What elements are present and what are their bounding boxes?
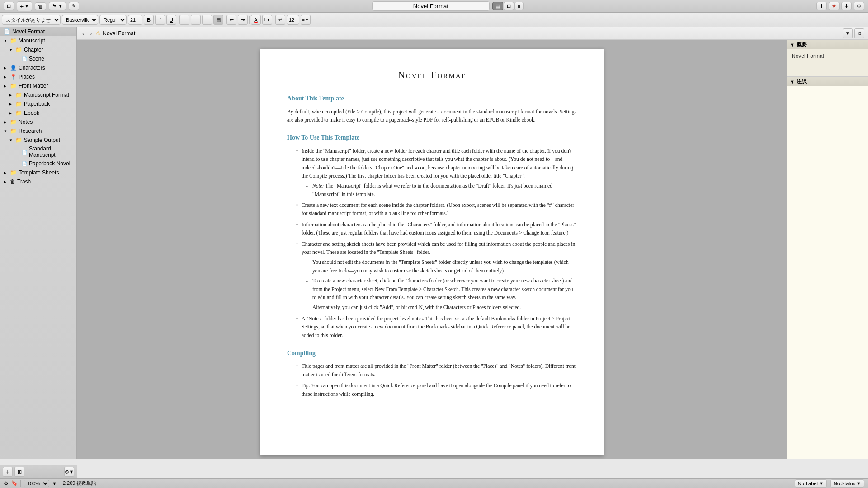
sidebar-item-notes[interactable]: ▶ 📁 Notes (0, 117, 76, 127)
sub-list-item: Note: The "Manuscript" folder is what we… (312, 182, 576, 198)
doc-area: Novel Format About This Template By defa… (77, 40, 787, 459)
list-btn[interactable]: ≡▼ (301, 15, 311, 25)
sidebar-item-characters[interactable]: ▶ 👤 Characters (0, 63, 76, 72)
align-right-btn[interactable]: ≡ (202, 15, 212, 25)
sidebar-item-manuscript[interactable]: ▼ 📁 Manuscript (0, 36, 76, 45)
add-btn[interactable]: + ▼ (17, 1, 32, 11)
expand-triangle: ▶ (4, 84, 8, 88)
top-bar: ⊞ + ▼ 🗑 ⚑ ▼ ✎ ▤ ⊞ ≡ ⬆ ★ ⬇ ⚙ (0, 0, 868, 13)
list-item: Information about characters can be plac… (302, 221, 576, 237)
format-bar: スタイルがありません Baskerville Regular B I U ≡ ≡… (0, 13, 868, 27)
align-center-btn[interactable]: ≡ (191, 15, 201, 25)
sidebar-item-paperback-novel[interactable]: ▶ 📄 Paperback Novel (0, 159, 76, 168)
highlight-btn[interactable]: T▼ (262, 15, 272, 25)
main-layout: 📄 Novel Format ▼ 📁 Manuscript ▼ 📁 Chapte… (0, 27, 868, 459)
sidebar-item-paperback[interactable]: ▶ 📁 Paperback (0, 99, 76, 108)
sidebar-item-manuscript-format[interactable]: ▶ 📁 Manuscript Format (0, 90, 76, 99)
sidebar-item-chapter[interactable]: ▼ 📁 Chapter (0, 45, 76, 54)
doc-icon: 📄 (22, 150, 27, 155)
align-left-btn[interactable]: ≡ (179, 15, 189, 25)
settings-btn[interactable]: ⚙ (854, 2, 864, 10)
status-dropdown-icon: ▼ (856, 481, 861, 486)
edit-btn[interactable]: ✎ (69, 2, 79, 10)
sidebar-item-trash[interactable]: ▶ 🗑 Trash (0, 177, 76, 186)
line-spacing-input[interactable] (287, 15, 299, 25)
sidebar-item-ebook[interactable]: ▶ 📁 Ebook (0, 108, 76, 117)
expand-triangle: ▶ (4, 75, 8, 79)
view-grid-btn[interactable]: ⊞ (504, 2, 514, 10)
sidebar-item-template-sheets[interactable]: ▶ 📁 Template Sheets (0, 168, 76, 177)
bookmarks-header[interactable]: ▼ 概要 (787, 40, 868, 49)
project-title[interactable]: 📄 Novel Format (0, 27, 76, 36)
bookmark-btn[interactable]: ★ (829, 2, 840, 10)
content-header: ‹ › ⚠ Novel Format ▼ ⧉ (77, 27, 868, 40)
folder-icon: 📁 (15, 47, 22, 53)
sidebar-item-sample-output[interactable]: ▼ 📁 Sample Output (0, 136, 76, 145)
text-color-btn[interactable]: A (251, 15, 261, 25)
bookmark-icon: 🔖 (11, 480, 18, 486)
view-list-btn[interactable]: ≡ (514, 2, 524, 10)
folder-icon: 📁 (10, 169, 17, 176)
right-panel: ▼ 概要 Novel Format ▼ 注訳 (787, 40, 868, 459)
size-input[interactable] (128, 15, 142, 25)
expand-triangle: ▼ (9, 138, 14, 142)
indent-inc-btn[interactable]: ⇥ (238, 15, 248, 25)
doc-icon: 📄 (22, 56, 27, 61)
list-item: Create a new text document for each scen… (302, 201, 576, 218)
folder-icon: 📁 (15, 110, 22, 116)
nav-back-btn[interactable]: ‹ (80, 30, 86, 37)
delete-btn[interactable]: 🗑 (35, 2, 46, 10)
doc-page[interactable]: Novel Format About This Template By defa… (260, 49, 604, 455)
list-item: Inside the "Manuscript" folder, create a… (302, 147, 576, 198)
breadcrumb-expand-btn[interactable]: ▼ (843, 28, 853, 38)
underline-btn[interactable]: U (166, 15, 176, 25)
font-select[interactable]: Baskerville (62, 15, 98, 25)
notes-content[interactable] (787, 86, 868, 177)
insert-btn[interactable]: ↵ (275, 15, 285, 25)
weight-select[interactable]: Regular (99, 15, 127, 25)
expand-triangle: ▼ (4, 39, 8, 43)
status-btn[interactable]: No Status ▼ (830, 479, 864, 488)
window-menu-btn[interactable]: ⊞ (4, 2, 14, 10)
sidebar-item-scene[interactable]: ▶ 📄 Scene (0, 54, 76, 63)
expand-triangle: ▶ (4, 66, 8, 70)
expand-triangle: ▶ (9, 111, 14, 115)
expand-triangle: ▶ (9, 93, 14, 97)
sidebar: 📄 Novel Format ▼ 📁 Manuscript ▼ 📁 Chapte… (0, 27, 77, 459)
nav-forward-btn[interactable]: › (88, 30, 94, 37)
sidebar-item-research[interactable]: ▼ 📁 Research (0, 127, 76, 136)
status-left: ⚙ 🔖 100% ▼ 2,209 複数単語 (4, 480, 791, 487)
sidebar-item-standard-manuscript[interactable]: ▶ 📄 Standard Manuscript (0, 145, 76, 159)
window-controls[interactable]: ⊞ (4, 2, 14, 10)
view-single-btn[interactable]: ▤ (492, 2, 503, 10)
folder-icon: 📁 (10, 128, 17, 134)
howto-list: Inside the "Manuscript" folder, create a… (294, 147, 576, 339)
sidebar-item-places[interactable]: ▶ 📍 Places (0, 72, 76, 81)
folder-icon: 📁 (15, 137, 22, 143)
download-btn[interactable]: ⬇ (841, 2, 852, 10)
share-btn[interactable]: ⬆ (816, 2, 827, 10)
expand-triangle: ▶ (4, 180, 8, 184)
collapse-icon: ▼ (790, 79, 795, 84)
indent-dec-btn[interactable]: ⇤ (226, 15, 236, 25)
align-justify-btn[interactable]: ▤ (213, 15, 223, 25)
label-btn[interactable]: No Label ▼ (795, 479, 827, 488)
zoom-select[interactable]: 100% (24, 480, 49, 487)
split-view-btn[interactable]: ⧉ (854, 28, 864, 38)
italic-btn[interactable]: I (155, 15, 165, 25)
sidebar-item-front-matter[interactable]: ▶ 📁 Front Matter (0, 81, 76, 90)
breadcrumb-title: Novel Format (103, 30, 135, 37)
list-item: A "Notes" folder has been provided for p… (302, 314, 576, 339)
folder-icon: 📁 (15, 101, 22, 107)
style-select[interactable]: スタイルがありません (2, 15, 61, 25)
flag-btn[interactable]: ⚑ ▼ (49, 2, 66, 10)
doc-title: Novel Format (287, 67, 576, 83)
title-input[interactable] (372, 1, 490, 11)
doc-icon: 📄 (22, 161, 27, 166)
zoom-dropdown-icon: ▼ (52, 481, 57, 486)
bold-btn[interactable]: B (144, 15, 154, 25)
notes-header[interactable]: ▼ 注訳 (787, 77, 868, 86)
expand-triangle: ▶ (4, 120, 8, 124)
sub-list-item: Alternatively, you can just click "Add",… (312, 303, 576, 311)
folder-icon: 📁 (10, 119, 17, 125)
